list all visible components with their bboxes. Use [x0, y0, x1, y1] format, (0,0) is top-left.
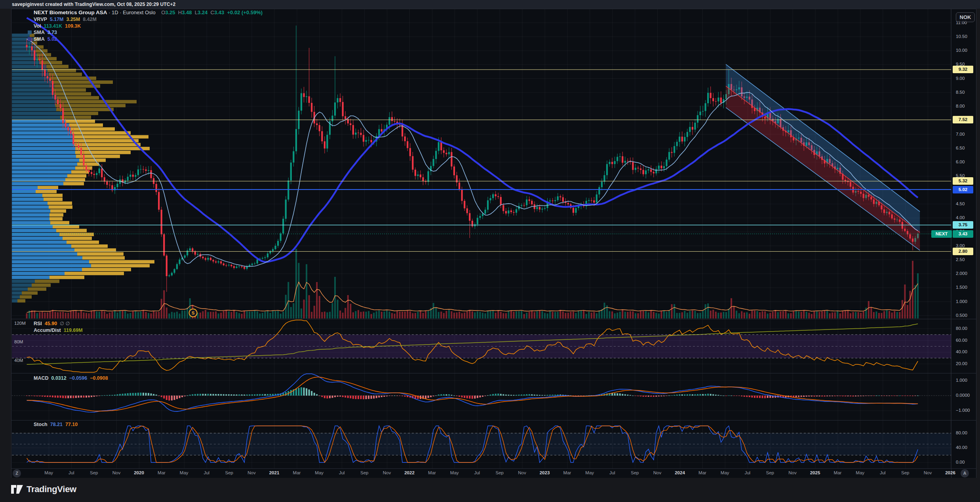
rsi-tick: 60.00 [956, 338, 967, 343]
symbol-meta: · 1D · Euronext Oslo [108, 9, 156, 15]
vrvp-label: VRVP [34, 17, 47, 22]
rsi-tick: 20.00 [956, 361, 967, 366]
macd-tick: 1.000 [956, 378, 967, 383]
accum-dist-tick: 120M [14, 321, 26, 326]
symbol-legend[interactable]: NEXT Biometrics Group ASA · 1D · Euronex… [34, 9, 263, 15]
price-tick: 7.00 [956, 132, 965, 136]
sma200-legend[interactable]: SMA 5.02 [34, 36, 57, 42]
price-chip: 5.32 [953, 177, 973, 185]
volume-value-2: 109.3K [65, 23, 81, 29]
accum-dist-value: 119.69M [64, 328, 83, 333]
price-tick: 1.500 [956, 285, 967, 290]
macd-line-value: −0.0596 [69, 375, 88, 381]
price-chip: 3.75 [953, 221, 973, 229]
svg-text:S: S [192, 311, 194, 315]
price-tick: 4.00 [956, 215, 965, 220]
price-tick: 2.50 [956, 257, 965, 262]
tradingview-logo[interactable]: TradingView [11, 484, 76, 494]
high-label: H [178, 9, 182, 15]
price-tick: 9.00 [956, 76, 965, 81]
open-label: O [161, 9, 165, 15]
stoch-legend[interactable]: Stoch 78.21 77.10 [34, 422, 78, 427]
sma200-swatch [28, 37, 32, 41]
high-value: 3.48 [182, 9, 192, 15]
currency-toggle-button[interactable]: NOK [956, 12, 975, 22]
vrvp-value-3: 8.42M [83, 17, 97, 22]
volume-value-1: 113.41K [44, 23, 62, 29]
volume-label: Vol [34, 23, 41, 29]
stoch-d-value: 77.10 [65, 422, 78, 427]
price-tick: 1.000 [956, 299, 967, 304]
price-chip: 2.80 [953, 248, 973, 255]
split-event-marker[interactable]: S [189, 309, 197, 317]
snapshot-header: savepiginvest created with TradingView.c… [0, 0, 980, 9]
price-tick: 8.50 [956, 90, 965, 95]
tradingview-logo-icon [11, 484, 23, 494]
timezone-button[interactable]: Z [13, 469, 21, 477]
symbol-price-tag: NEXT [931, 230, 952, 238]
close-label: C [211, 9, 214, 15]
price-tick: 6.00 [956, 159, 965, 164]
rsi-tick: 40.00 [956, 349, 967, 354]
open-value: 3.25 [165, 9, 175, 15]
macd-hist-value: 0.0312 [51, 375, 66, 381]
tradingview-logo-text: TradingView [27, 484, 76, 494]
chart-canvas[interactable]: S [0, 0, 980, 502]
price-tick: 10.50 [956, 34, 967, 39]
accum-dist-tick: 40M [14, 358, 23, 363]
stoch-label: Stoch [34, 422, 48, 427]
macd-tick: −1.000 [956, 408, 970, 413]
price-tick: 2.000 [956, 271, 967, 276]
sma200-label: SMA [34, 36, 45, 42]
vrvp-value-1: 5.17M [50, 17, 64, 22]
sma50-value: 3.73 [48, 30, 57, 35]
price-tick: 6.50 [956, 146, 965, 150]
symbol-name: NEXT Biometrics Group ASA [34, 9, 107, 15]
price-chip: 3.43 [953, 230, 973, 238]
price-chip: 5.02 [953, 186, 973, 193]
macd-label: MACD [34, 375, 49, 381]
bottom-bar [0, 478, 980, 502]
close-value: 3.43 [214, 9, 224, 15]
vrvp-legend[interactable]: VRVP 5.17M 3.25M 8.42M [34, 17, 97, 22]
rsi-extra: ∅ ∅ [60, 321, 70, 326]
accum-dist-tick: 80M [14, 339, 23, 344]
macd-tick: 0.0000 [956, 393, 970, 398]
change-value: +0.02 (+0.59%) [227, 9, 263, 15]
price-tick: 0.500 [956, 313, 967, 318]
stoch-tick: 0.00 [956, 460, 965, 464]
stoch-tick: 40.00 [956, 445, 967, 450]
price-chip: 7.52 [953, 116, 973, 123]
snapshot-attribution: savepiginvest created with TradingView.c… [12, 2, 175, 7]
rsi-value: 45.90 [45, 321, 57, 326]
low-value: 3.24 [198, 9, 207, 15]
tradingview-snapshot: S savepiginvest created with TradingView… [0, 0, 980, 502]
rsi-legend[interactable]: RSI 45.90 ∅ ∅ [34, 320, 70, 326]
stoch-k-value: 78.21 [50, 422, 63, 427]
price-tick: 4.50 [956, 201, 965, 206]
low-label: L [195, 9, 198, 15]
price-tick: 10.00 [956, 48, 967, 53]
price-tick: 8.00 [956, 104, 965, 108]
auto-scale-button[interactable]: A [961, 469, 969, 477]
sma200-value: 5.02 [48, 36, 57, 42]
rsi-tick: 80.00 [956, 326, 967, 331]
vrvp-value-2: 3.25M [66, 17, 80, 22]
accum-dist-label: Accum/Dist [34, 328, 61, 333]
macd-signal-value: −0.0908 [90, 375, 108, 381]
rsi-label: RSI [34, 321, 42, 326]
sma50-legend[interactable]: SMA 3.73 [34, 30, 57, 35]
sma50-label: SMA [34, 30, 45, 35]
accum-dist-legend[interactable]: Accum/Dist 119.69M [34, 328, 83, 333]
stoch-tick: 80.00 [956, 430, 967, 435]
price-chip: 9.32 [953, 66, 973, 73]
macd-legend[interactable]: MACD 0.0312 −0.0596 −0.0908 [34, 375, 108, 381]
sma50-swatch [28, 30, 32, 34]
price-tick: 3.00 [956, 243, 965, 248]
volume-legend[interactable]: Vol 113.41K 109.3K [34, 23, 81, 29]
